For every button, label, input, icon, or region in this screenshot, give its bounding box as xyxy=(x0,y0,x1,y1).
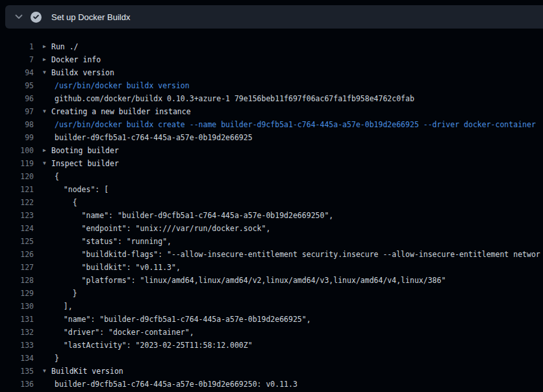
output-text: "name": "builder-d9cfb5a1-c764-445a-a57e… xyxy=(55,211,333,220)
log-line: 98/usr/bin/docker buildx create --name b… xyxy=(0,118,543,131)
log-line: 136builder-d9cfb5a1-c764-445a-a57e-0b19d… xyxy=(0,378,543,391)
line-number[interactable]: 122 xyxy=(0,198,34,207)
output-text: "name": "builder-d9cfb5a1-c764-445a-a57e… xyxy=(55,315,311,324)
output-text: } xyxy=(55,354,59,363)
line-number[interactable]: 121 xyxy=(0,185,34,194)
group-collapsed-triangle-icon[interactable]: ▶ xyxy=(43,53,51,66)
group-title[interactable]: Booting builder xyxy=(51,146,119,155)
line-number[interactable]: 129 xyxy=(0,289,34,298)
group-title[interactable]: Inspect builder xyxy=(51,159,119,168)
log-line: 95/usr/bin/docker buildx version xyxy=(0,79,543,92)
log-line: 133 "lastActivity": "2023-02-25T11:58:12… xyxy=(0,339,543,352)
log-line: 131 "name": "builder-d9cfb5a1-c764-445a-… xyxy=(0,313,543,326)
step-title: Set up Docker Buildx xyxy=(51,12,130,22)
line-number[interactable]: 99 xyxy=(0,133,34,142)
group-title[interactable]: Docker info xyxy=(51,55,101,64)
output-text: "platforms": "linux/amd64,linux/amd64/v2… xyxy=(55,276,446,285)
log-line: 99builder-d9cfb5a1-c764-445a-a57e-0b19d2… xyxy=(0,131,543,144)
log-line: 97▼Creating a new builder instance xyxy=(0,105,543,118)
line-number[interactable]: 100 xyxy=(0,146,34,155)
line-number[interactable]: 133 xyxy=(0,341,34,350)
line-number[interactable]: 125 xyxy=(0,237,34,246)
log-line: 132 "driver": "docker-container", xyxy=(0,326,543,339)
command-text: /usr/bin/docker buildx create --name bui… xyxy=(55,120,536,129)
output-text: "status": "running", xyxy=(55,237,171,246)
line-number[interactable]: 119 xyxy=(0,159,34,168)
group-collapsed-triangle-icon[interactable]: ▶ xyxy=(43,40,51,53)
group-expanded-triangle-icon[interactable]: ▼ xyxy=(43,157,51,170)
group-title[interactable]: Creating a new builder instance xyxy=(51,107,191,116)
output-text: "driver": "docker-container", xyxy=(55,328,194,337)
log-line: 123 "name": "builder-d9cfb5a1-c764-445a-… xyxy=(0,209,543,222)
line-number[interactable]: 95 xyxy=(0,81,34,90)
group-title[interactable]: Run ./ xyxy=(51,42,79,51)
output-text: { xyxy=(55,172,59,181)
check-circle-icon xyxy=(31,12,42,23)
output-text: } xyxy=(55,289,77,298)
output-text: ], xyxy=(55,302,73,311)
line-number[interactable]: 126 xyxy=(0,250,34,259)
log-line: 127 "buildkit": "v0.11.3", xyxy=(0,261,543,274)
log-line: 128 "platforms": "linux/amd64,linux/amd6… xyxy=(0,274,543,287)
log-line: 122 { xyxy=(0,196,543,209)
output-text: "buildkit": "v0.11.3", xyxy=(55,263,181,272)
step-header[interactable]: Set up Docker Buildx xyxy=(5,5,543,29)
line-number[interactable]: 7 xyxy=(0,55,34,64)
output-text: "nodes": [ xyxy=(55,185,108,194)
command-text: /usr/bin/docker buildx version xyxy=(55,81,190,90)
line-number[interactable]: 131 xyxy=(0,315,34,324)
log-line: 126 "buildkitd-flags": "--allow-insecure… xyxy=(0,248,543,261)
line-number[interactable]: 136 xyxy=(0,380,34,389)
line-number[interactable]: 97 xyxy=(0,107,34,116)
output-text: github.com/docker/buildx 0.10.3+azure-1 … xyxy=(55,94,414,103)
group-collapsed-triangle-icon[interactable]: ▶ xyxy=(43,144,51,157)
group-title[interactable]: Buildx version xyxy=(51,68,114,77)
log-line: 130 ], xyxy=(0,300,543,313)
line-number[interactable]: 128 xyxy=(0,276,34,285)
line-number[interactable]: 123 xyxy=(0,211,34,220)
line-number[interactable]: 135 xyxy=(0,367,34,376)
line-number[interactable]: 132 xyxy=(0,328,34,337)
line-number[interactable]: 1 xyxy=(0,42,34,51)
output-text: "lastActivity": "2023-02-25T11:58:12.000… xyxy=(55,341,253,350)
log-line: 119▼Inspect builder xyxy=(0,157,543,170)
log-line: 7▶Docker info xyxy=(0,53,543,66)
line-number[interactable]: 96 xyxy=(0,94,34,103)
group-expanded-triangle-icon[interactable]: ▼ xyxy=(43,365,51,378)
log-line: 96github.com/docker/buildx 0.10.3+azure-… xyxy=(0,92,543,105)
chevron-down-icon[interactable] xyxy=(14,12,23,21)
log-lines: 1▶Run ./7▶Docker info94▼Buildx version95… xyxy=(0,40,543,391)
line-number[interactable]: 130 xyxy=(0,302,34,311)
line-number[interactable]: 120 xyxy=(0,172,34,181)
output-text: { xyxy=(55,198,77,207)
line-number[interactable]: 94 xyxy=(0,68,34,77)
output-text: "endpoint": "unix:///var/run/docker.sock… xyxy=(55,224,270,233)
log-line: 129 } xyxy=(0,287,543,300)
output-text: builder-d9cfb5a1-c764-445a-a57e-0b19d2e6… xyxy=(55,133,253,142)
log-line: 124 "endpoint": "unix:///var/run/docker.… xyxy=(0,222,543,235)
group-expanded-triangle-icon[interactable]: ▼ xyxy=(43,66,51,79)
log-line: 120{ xyxy=(0,170,543,183)
log-line: 1▶Run ./ xyxy=(0,40,543,53)
group-title[interactable]: BuildKit version xyxy=(51,367,123,376)
log-line: 121 "nodes": [ xyxy=(0,183,543,196)
log-line: 134} xyxy=(0,352,543,365)
log-line: 135▼BuildKit version xyxy=(0,365,543,378)
log-line: 94▼Buildx version xyxy=(0,66,543,79)
output-text: builder-d9cfb5a1-c764-445a-a57e-0b19d2e6… xyxy=(55,380,297,389)
log-line: 100▶Booting builder xyxy=(0,144,543,157)
output-text: "buildkitd-flags": "--allow-insecure-ent… xyxy=(55,250,540,259)
group-expanded-triangle-icon[interactable]: ▼ xyxy=(43,105,51,118)
line-number[interactable]: 124 xyxy=(0,224,34,233)
line-number[interactable]: 134 xyxy=(0,354,34,363)
line-number[interactable]: 127 xyxy=(0,263,34,272)
line-number[interactable]: 98 xyxy=(0,120,34,129)
log-line: 125 "status": "running", xyxy=(0,235,543,248)
